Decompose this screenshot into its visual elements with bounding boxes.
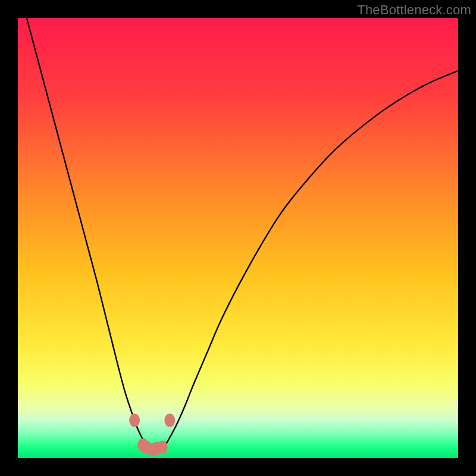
data-marker (157, 441, 168, 454)
bottleneck-curve (27, 18, 458, 451)
chart-layer (18, 18, 458, 458)
data-marker (164, 414, 175, 427)
data-markers (129, 414, 175, 456)
plot-area (18, 18, 458, 458)
data-marker (129, 414, 140, 427)
outer-frame: TheBottleneck.com (0, 0, 476, 476)
watermark-text: TheBottleneck.com (357, 2, 471, 18)
